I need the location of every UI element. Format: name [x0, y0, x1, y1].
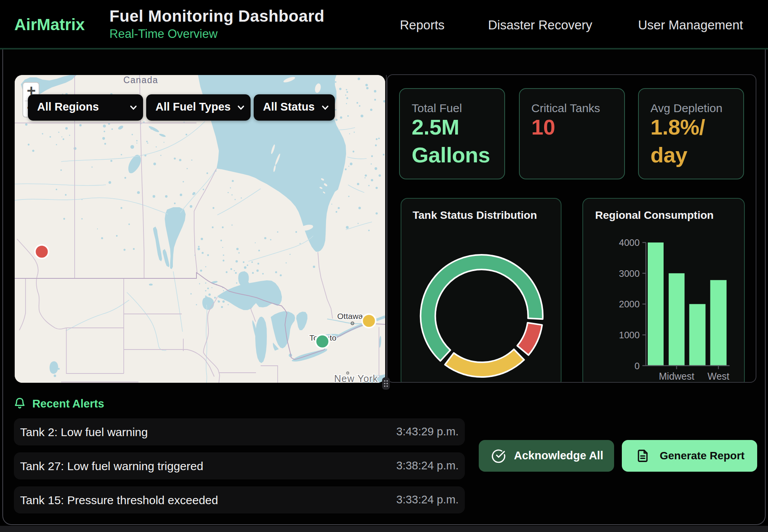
- svg-text:Ottawa: Ottawa: [337, 311, 363, 320]
- svg-text:Canada: Canada: [123, 75, 158, 85]
- svg-text:4000: 4000: [619, 237, 639, 247]
- svg-text:1000: 1000: [619, 329, 639, 340]
- svg-text:0: 0: [634, 360, 639, 371]
- svg-text:West: West: [707, 370, 729, 381]
- svg-text:New York: New York: [334, 373, 378, 382]
- svg-text:2000: 2000: [619, 298, 639, 309]
- svg-text:Midwest: Midwest: [659, 370, 694, 381]
- svg-text:3000: 3000: [619, 268, 639, 278]
